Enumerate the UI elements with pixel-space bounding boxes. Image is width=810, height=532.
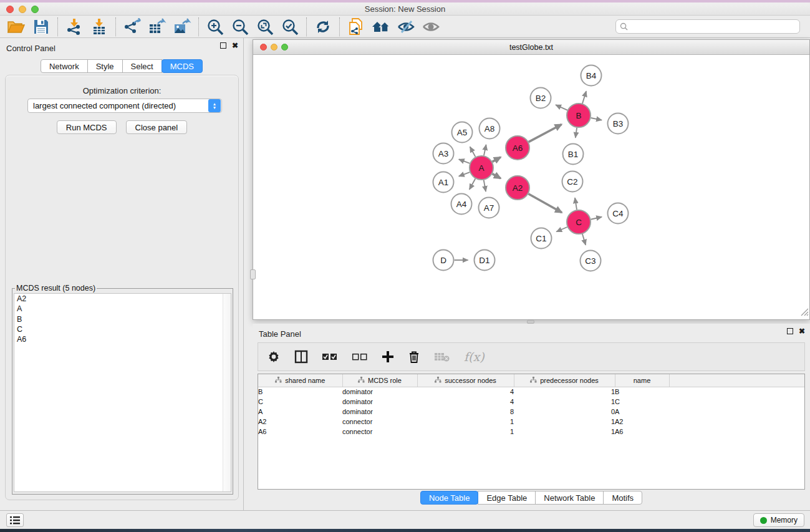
column-header-name[interactable]: name	[615, 374, 669, 387]
table-cell[interactable]: C	[615, 397, 669, 407]
table-cell[interactable]: 4	[417, 387, 514, 397]
tab-select[interactable]: Select	[122, 59, 162, 73]
run-mcds-button[interactable]: Run MCDS	[57, 120, 117, 134]
edge-A-A8[interactable]	[484, 145, 486, 155]
table-row[interactable]: Cdominator41C	[258, 397, 804, 407]
search-field[interactable]	[615, 19, 800, 34]
memory-button[interactable]: Memory	[753, 513, 804, 527]
column-header-successor-nodes[interactable]: successor nodes	[417, 374, 514, 387]
table-cell[interactable]: A6	[258, 427, 342, 437]
close-panel-icon[interactable]: ✖	[232, 42, 238, 49]
table-cell[interactable]: dominator	[342, 407, 417, 417]
export-table-icon[interactable]	[145, 17, 170, 37]
edge-B-B2[interactable]	[556, 105, 567, 110]
result-item[interactable]: C	[14, 324, 231, 334]
edge-A-A2[interactable]	[493, 174, 501, 178]
network-canvas[interactable]: B4B2BB3A8A5A6A3B1AA1C2A2A4A7C4CC1C3DD1	[253, 55, 809, 319]
edge-B-B1[interactable]	[576, 128, 577, 138]
table-cell[interactable]: A2	[258, 417, 342, 427]
zoom-out-icon[interactable]	[228, 17, 253, 37]
settings-gear-icon[interactable]	[267, 350, 281, 364]
table-row[interactable]: Bdominator41B	[258, 387, 804, 397]
column-header-predecessor-nodes[interactable]: predecessor nodes	[514, 374, 615, 387]
tab-node-table[interactable]: Node Table	[420, 491, 479, 505]
table-cell[interactable]	[669, 417, 804, 427]
zoom-selected-icon[interactable]	[277, 17, 302, 37]
close-table-panel-icon[interactable]: ✖	[799, 328, 805, 334]
zoom-fit-icon[interactable]	[253, 17, 277, 37]
table-cell[interactable]: connector	[342, 417, 417, 427]
result-scrollbar[interactable]	[223, 294, 231, 491]
result-item[interactable]: A	[14, 304, 231, 314]
node-table[interactable]: shared nameMCDS rolesuccessor nodesprede…	[258, 374, 805, 490]
optimization-criterion-select[interactable]: largest connected component (directed) ▲…	[27, 99, 222, 113]
table-row[interactable]: A2connector11A2	[258, 417, 804, 427]
edge-B-B4[interactable]	[582, 91, 586, 104]
select-all-checks-icon[interactable]	[322, 352, 338, 361]
table-cell[interactable]: 8	[417, 407, 514, 417]
edge-C-C2[interactable]	[575, 198, 577, 210]
session-document-icon[interactable]	[344, 17, 369, 37]
table-cell[interactable]	[669, 427, 804, 437]
table-cell[interactable]: A	[615, 407, 669, 417]
edge-A-A4[interactable]	[470, 179, 476, 190]
open-session-icon[interactable]	[4, 17, 29, 37]
table-cell[interactable]	[669, 397, 804, 407]
show-detail-eye-icon[interactable]	[418, 17, 443, 37]
column-header-shared-name[interactable]: shared name	[258, 374, 342, 387]
edge-B-B3[interactable]	[591, 118, 602, 120]
task-history-button[interactable]	[6, 513, 24, 527]
column-layout-icon[interactable]	[294, 350, 308, 364]
export-network-icon[interactable]	[120, 17, 145, 37]
float-panel-icon[interactable]	[220, 42, 226, 49]
mcds-result-list[interactable]: A2ABCA6	[14, 293, 231, 492]
table-cell[interactable]: A2	[615, 417, 669, 427]
edge-A-A6[interactable]	[493, 157, 501, 162]
edge-A2-C[interactable]	[528, 194, 562, 213]
table-cell[interactable]	[669, 407, 804, 417]
table-cell[interactable]: dominator	[342, 387, 417, 397]
table-cell[interactable]: 1	[514, 417, 615, 427]
table-cell[interactable]: 0	[514, 407, 615, 417]
table-cell[interactable]: 1	[417, 427, 514, 437]
table-cell[interactable]: 1	[514, 387, 615, 397]
edge-A-A5[interactable]	[470, 147, 476, 157]
table-cell[interactable]: connector	[342, 427, 417, 437]
result-item[interactable]: A6	[14, 334, 231, 344]
table-cell[interactable]: A6	[615, 427, 669, 437]
network-window-titlebar[interactable]: testGlobe.txt	[253, 40, 809, 55]
float-table-panel-icon[interactable]	[787, 328, 793, 334]
close-panel-button[interactable]: Close panel	[126, 120, 188, 134]
edge-C-C1[interactable]	[556, 227, 567, 232]
splitter-grip-vertical[interactable]	[250, 269, 256, 279]
deselect-all-checks-icon[interactable]	[352, 352, 368, 361]
save-session-icon[interactable]	[29, 17, 54, 37]
tab-network[interactable]: Network	[41, 59, 88, 73]
table-cell[interactable]: B	[258, 387, 342, 397]
import-network-icon[interactable]	[62, 17, 87, 37]
edge-C-C4[interactable]	[591, 217, 602, 220]
zoom-in-icon[interactable]	[203, 17, 228, 37]
import-table-icon[interactable]	[87, 17, 112, 37]
edge-A-A7[interactable]	[484, 180, 486, 191]
table-cell[interactable]: 1	[514, 397, 615, 407]
edge-C-C3[interactable]	[582, 234, 586, 245]
table-cell[interactable]: C	[258, 397, 342, 407]
dropdown-stepper-icon[interactable]: ▲▼	[208, 99, 221, 112]
table-cell[interactable]: B	[615, 387, 669, 397]
result-item[interactable]: A2	[14, 294, 231, 304]
table-cell[interactable]	[669, 387, 804, 397]
tab-mcds[interactable]: MCDS	[162, 59, 203, 73]
table-cell[interactable]: 4	[417, 397, 514, 407]
window-resize-handle[interactable]	[799, 307, 809, 319]
refresh-icon[interactable]	[311, 17, 335, 37]
table-row[interactable]: Adominator80A	[258, 407, 804, 417]
delete-column-icon[interactable]	[408, 350, 420, 364]
column-header-MCDS-role[interactable]: MCDS role	[342, 374, 417, 387]
table-cell[interactable]: 1	[514, 427, 615, 437]
table-cell[interactable]: 1	[417, 417, 514, 427]
table-row[interactable]: A6connector11A6	[258, 427, 804, 437]
add-column-icon[interactable]	[382, 351, 394, 363]
home-icon[interactable]	[369, 17, 393, 37]
result-item[interactable]: B	[14, 314, 231, 324]
